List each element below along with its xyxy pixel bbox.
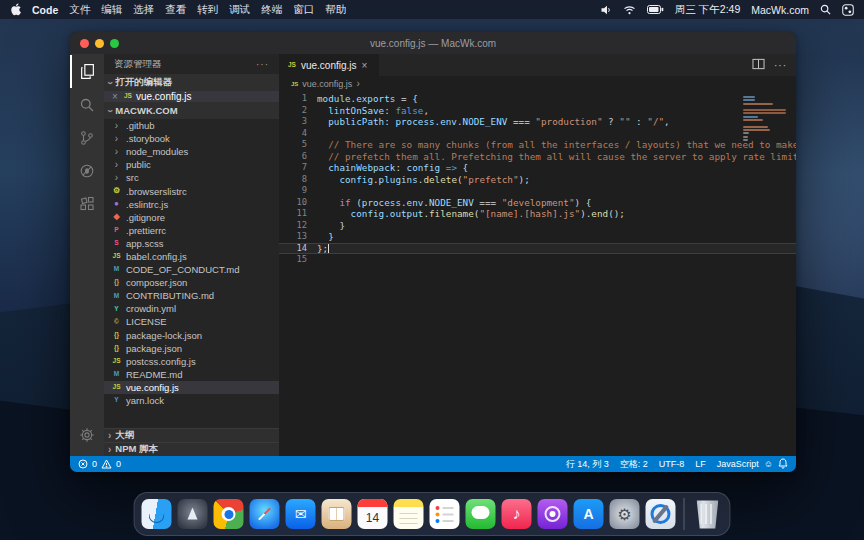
tree-file-package.json[interactable]: {}package.json xyxy=(104,342,279,355)
menubar-menu[interactable]: 终端 xyxy=(261,3,282,17)
zoom-window-button[interactable] xyxy=(110,39,119,48)
tree-file-composer.json[interactable]: {}composer.json xyxy=(104,276,279,289)
code-line-11[interactable]: 11 config.output.filename("[name].[hash]… xyxy=(279,208,796,220)
menubar-menu[interactable]: 帮助 xyxy=(325,3,346,17)
code-line-9[interactable]: 9 xyxy=(279,185,796,197)
apple-menu-icon[interactable] xyxy=(10,3,21,16)
books-dock-icon[interactable] xyxy=(322,499,352,529)
code-line-8[interactable]: 8 config.plugins.delete("prefetch"); xyxy=(279,174,796,186)
explorer-icon[interactable] xyxy=(70,55,104,88)
tree-folder-.storybook[interactable]: .storybook xyxy=(104,132,279,145)
tree-file-vue.config.js[interactable]: JSvue.config.js xyxy=(104,381,279,394)
tree-file-.browserslistrc[interactable]: ⚙.browserslistrc xyxy=(104,184,279,197)
tree-file-yarn.lock[interactable]: Yyarn.lock xyxy=(104,394,279,407)
tab-vue-config-js[interactable]: JS vue.config.js xyxy=(279,54,379,76)
debug-icon[interactable] xyxy=(70,154,104,187)
code-line-13[interactable]: 13 } xyxy=(279,231,796,243)
breadcrumb[interactable]: JS vue.config.js xyxy=(279,76,796,91)
editor-more-actions-icon[interactable] xyxy=(774,60,787,71)
code-line-7[interactable]: 7 chainWebpack: config => { xyxy=(279,162,796,174)
tree-folder-public[interactable]: public xyxy=(104,158,279,171)
chrome-dock-icon[interactable] xyxy=(214,499,244,529)
code-line-1[interactable]: 1module.exports = { xyxy=(279,93,796,105)
breadcrumb-file[interactable]: vue.config.js xyxy=(302,79,352,89)
source-control-icon[interactable] xyxy=(70,121,104,154)
menubar-menu[interactable]: 文件 xyxy=(69,3,90,17)
menubar-menu[interactable]: 调试 xyxy=(229,3,250,17)
code-line-14[interactable]: 14}; xyxy=(279,243,796,255)
finder-dock-icon[interactable] xyxy=(142,499,172,529)
notes-dock-icon[interactable] xyxy=(394,499,424,529)
reminders-dock-icon[interactable] xyxy=(430,499,460,529)
xcode-dock-icon[interactable] xyxy=(646,499,676,529)
messages-dock-icon[interactable] xyxy=(466,499,496,529)
code-editor[interactable]: 1module.exports = {2 lintOnSave: false,3… xyxy=(279,91,796,456)
statusbar-item[interactable]: 行 14, 列 3 xyxy=(566,458,609,471)
close-tab-icon[interactable] xyxy=(362,60,370,71)
tree-file-.eslintrc.js[interactable]: ●.eslintrc.js xyxy=(104,198,279,211)
extensions-icon[interactable] xyxy=(70,187,104,220)
sidebar-actions-icon[interactable] xyxy=(256,59,269,70)
settings-dock-icon[interactable] xyxy=(610,499,640,529)
statusbar-item[interactable]: 空格: 2 xyxy=(620,458,648,471)
menubar-menu[interactable]: 窗口 xyxy=(293,3,314,17)
music-dock-icon[interactable] xyxy=(502,499,532,529)
split-editor-icon[interactable] xyxy=(752,58,765,72)
code-line-15[interactable]: 15 xyxy=(279,254,796,266)
menubar-menu[interactable]: 查看 xyxy=(165,3,186,17)
feedback-smiley-icon[interactable]: ☺ xyxy=(764,459,773,469)
control-center-icon[interactable] xyxy=(842,4,854,16)
statusbar-item[interactable]: LF xyxy=(695,459,706,469)
code-line-10[interactable]: 10 if (process.env.NODE_ENV === "develop… xyxy=(279,197,796,209)
menubar-clock[interactable]: 周三 下午2:49 xyxy=(675,3,740,17)
menubar-menu[interactable]: 选择 xyxy=(133,3,154,17)
statusbar-item[interactable]: UTF-8 xyxy=(659,459,685,469)
podcasts-dock-icon[interactable] xyxy=(538,499,568,529)
menubar-menu[interactable]: 转到 xyxy=(197,3,218,17)
search-icon[interactable] xyxy=(820,4,831,15)
open-editors-section[interactable]: 打开的编辑器 xyxy=(104,74,279,91)
tree-file-app.scss[interactable]: Sapp.scss xyxy=(104,237,279,250)
minimap[interactable] xyxy=(743,96,789,145)
tree-folder-.github[interactable]: .github xyxy=(104,119,279,132)
code-line-2[interactable]: 2 lintOnSave: false, xyxy=(279,105,796,117)
tree-file-README.md[interactable]: MREADME.md xyxy=(104,368,279,381)
code-line-6[interactable]: 6 // prefetch them all. Prefetching them… xyxy=(279,151,796,163)
tree-file-package-lock.json[interactable]: {}package-lock.json xyxy=(104,329,279,342)
wifi-icon[interactable] xyxy=(623,5,636,15)
tree-file-CONTRIBUTING.md[interactable]: MCONTRIBUTING.md xyxy=(104,289,279,302)
launchpad-dock-icon[interactable] xyxy=(178,499,208,529)
close-editor-icon[interactable] xyxy=(112,91,120,102)
tree-file-postcss.config.js[interactable]: JSpostcss.config.js xyxy=(104,355,279,368)
tree-file-babel.config.js[interactable]: JSbabel.config.js xyxy=(104,250,279,263)
safari-dock-icon[interactable] xyxy=(250,499,280,529)
tree-file-.gitignore[interactable]: ◆.gitignore xyxy=(104,211,279,224)
outline-section[interactable]: 大纲 xyxy=(104,428,279,442)
npm-scripts-section[interactable]: NPM 脚本 xyxy=(104,442,279,456)
tree-folder-src[interactable]: src xyxy=(104,171,279,184)
problems-indicator[interactable]: 0 0 xyxy=(78,459,121,469)
code-line-4[interactable]: 4 xyxy=(279,128,796,140)
code-line-3[interactable]: 3 publicPath: process.env.NODE_ENV === "… xyxy=(279,116,796,128)
menubar-app-name[interactable]: Code xyxy=(32,4,58,16)
close-window-button[interactable] xyxy=(80,39,89,48)
tree-folder-node_modules[interactable]: node_modules xyxy=(104,145,279,158)
menubar-menu[interactable]: 编辑 xyxy=(101,3,122,17)
settings-gear-icon[interactable] xyxy=(70,418,104,451)
minimize-window-button[interactable] xyxy=(95,39,104,48)
tree-file-.prettierrc[interactable]: P.prettierrc xyxy=(104,224,279,237)
tree-file-crowdin.yml[interactable]: Ycrowdin.yml xyxy=(104,302,279,315)
battery-icon[interactable] xyxy=(647,5,664,14)
root-folder-section[interactable]: MACWK.COM xyxy=(104,102,279,119)
volume-icon[interactable] xyxy=(601,5,612,15)
tree-file-CODE_OF_CONDUCT.md[interactable]: MCODE_OF_CONDUCT.md xyxy=(104,263,279,276)
mail-dock-icon[interactable] xyxy=(286,499,316,529)
app-store-dock-icon[interactable] xyxy=(574,499,604,529)
calendar-dock-icon[interactable]: 14 xyxy=(358,499,388,529)
search-view-icon[interactable] xyxy=(70,88,104,121)
code-line-5[interactable]: 5 // There are so many chunks (from all … xyxy=(279,139,796,151)
tree-file-LICENSE[interactable]: ©LICENSE xyxy=(104,315,279,328)
notifications-bell-icon[interactable] xyxy=(778,458,788,471)
window-title-bar[interactable]: vue.config.js — MacWk.com xyxy=(70,32,796,54)
open-editor-item[interactable]: JSvue.config.js xyxy=(104,91,279,102)
